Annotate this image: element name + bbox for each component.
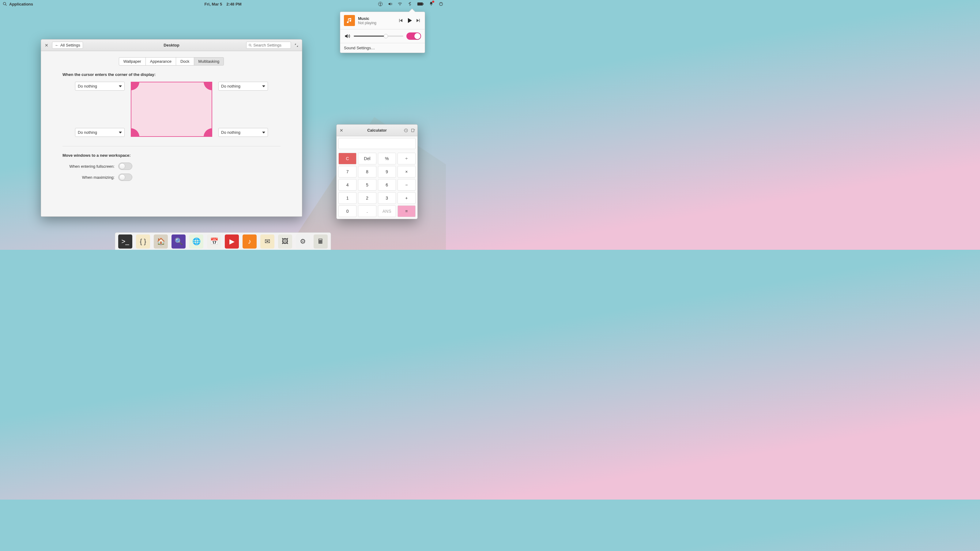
volume-icon[interactable] bbox=[388, 2, 393, 6]
corner-top-right-value: Do nothing bbox=[221, 84, 240, 89]
dock-app-videos[interactable]: ▶ bbox=[225, 235, 239, 249]
clock-date[interactable]: Fri, Mar 5 bbox=[205, 2, 222, 6]
search-icon bbox=[2, 2, 7, 6]
settings-tabs: Wallpaper Appearance Dock Multitasking bbox=[62, 57, 280, 65]
tab-appearance[interactable]: Appearance bbox=[145, 57, 176, 65]
hot-corners-heading: When the cursor enters the corner of the… bbox=[62, 72, 280, 77]
notifications-indicator[interactable] bbox=[429, 1, 434, 7]
key-percent[interactable]: % bbox=[378, 153, 396, 164]
key-equals[interactable]: = bbox=[398, 205, 415, 217]
dock-app-calculator[interactable]: 🖩 bbox=[313, 235, 328, 249]
previous-track-icon[interactable] bbox=[398, 18, 403, 23]
key-4[interactable]: 4 bbox=[339, 179, 356, 191]
dock-app-search-tool[interactable]: 🔍 bbox=[172, 235, 186, 249]
svg-point-4 bbox=[400, 5, 400, 5]
maximizing-switch[interactable] bbox=[118, 173, 132, 181]
media-art bbox=[344, 15, 355, 26]
settings-titlebar[interactable]: ✕ ← All Settings Desktop bbox=[41, 40, 302, 51]
calculator-title: Calculator bbox=[367, 128, 387, 133]
move-windows-heading: Move windows to a new workspace: bbox=[62, 153, 280, 158]
key-5[interactable]: 5 bbox=[358, 179, 376, 191]
dock-app-tweaks[interactable]: ⚙ bbox=[296, 235, 310, 249]
tab-multitasking[interactable]: Multitasking bbox=[194, 57, 224, 65]
close-button[interactable]: ✕ bbox=[43, 42, 49, 48]
key-2[interactable]: 2 bbox=[358, 192, 376, 204]
chevron-down-icon bbox=[119, 86, 122, 87]
applications-menu[interactable]: Applications bbox=[2, 2, 33, 6]
sound-settings-link[interactable]: Sound Settings… bbox=[340, 43, 425, 52]
dock-app-terminal[interactable]: >_ bbox=[118, 235, 132, 249]
clock-time[interactable]: 2:48 PM bbox=[226, 2, 241, 6]
key-0[interactable]: 0 bbox=[339, 205, 356, 217]
key-9[interactable]: 9 bbox=[378, 166, 396, 178]
music-note-icon bbox=[346, 17, 353, 24]
calculator-display[interactable] bbox=[339, 138, 415, 149]
key-1[interactable]: 1 bbox=[339, 192, 356, 204]
notification-badge bbox=[432, 1, 434, 3]
media-title: Music bbox=[358, 16, 395, 21]
corner-top-left-value: Do nothing bbox=[78, 84, 97, 89]
key-3[interactable]: 3 bbox=[378, 192, 396, 204]
fullscreen-switch[interactable] bbox=[118, 162, 132, 170]
corner-bottom-right-value: Do nothing bbox=[221, 130, 240, 135]
output-toggle[interactable] bbox=[406, 32, 421, 40]
search-input[interactable] bbox=[253, 43, 289, 48]
maximizing-label: When maximizing: bbox=[62, 175, 115, 180]
speaker-icon bbox=[344, 33, 351, 40]
svg-rect-5 bbox=[417, 2, 423, 5]
settings-search[interactable] bbox=[246, 41, 291, 49]
svg-point-0 bbox=[3, 2, 6, 5]
history-icon[interactable] bbox=[403, 128, 408, 133]
key-dot[interactable]: . bbox=[358, 205, 376, 217]
corner-bottom-left-dropdown[interactable]: Do nothing bbox=[75, 128, 125, 137]
dock-app-calendar[interactable]: 📅 bbox=[207, 235, 221, 249]
top-panel: Applications Fri, Mar 5 2:48 PM bbox=[0, 0, 446, 8]
maximize-button[interactable] bbox=[293, 42, 299, 48]
dock-app-mail[interactable]: ✉ bbox=[260, 235, 274, 249]
dock-app-photos[interactable]: 🖼 bbox=[278, 235, 292, 249]
svg-rect-13 bbox=[412, 129, 414, 132]
key-6[interactable]: 6 bbox=[378, 179, 396, 191]
key-multiply[interactable]: × bbox=[398, 166, 415, 178]
key-7[interactable]: 7 bbox=[339, 166, 356, 178]
window-title: Desktop bbox=[164, 43, 179, 48]
tab-wallpaper[interactable]: Wallpaper bbox=[119, 57, 146, 65]
next-track-icon[interactable] bbox=[415, 18, 421, 23]
tab-dock[interactable]: Dock bbox=[176, 57, 194, 65]
divider bbox=[62, 146, 280, 146]
maximize-icon bbox=[294, 43, 299, 48]
wifi-icon[interactable] bbox=[398, 2, 402, 6]
corner-top-left-dropdown[interactable]: Do nothing bbox=[75, 82, 125, 91]
dock-app-music[interactable]: ♪ bbox=[243, 235, 257, 249]
expand-icon[interactable] bbox=[411, 128, 415, 133]
accessibility-icon[interactable] bbox=[378, 2, 383, 6]
preview-corner-tr bbox=[204, 82, 212, 90]
key-8[interactable]: 8 bbox=[358, 166, 376, 178]
key-subtract[interactable]: − bbox=[398, 179, 415, 191]
dock-app-files[interactable]: 🏠 bbox=[154, 235, 168, 249]
key-delete[interactable]: Del bbox=[358, 153, 376, 164]
all-settings-button[interactable]: ← All Settings bbox=[52, 41, 83, 49]
close-button[interactable]: ✕ bbox=[339, 127, 345, 133]
back-arrow-icon: ← bbox=[55, 43, 59, 48]
dock-app-web-browser[interactable]: 🌐 bbox=[189, 235, 204, 249]
key-clear[interactable]: C bbox=[339, 153, 356, 164]
calculator-titlebar[interactable]: ✕ Calculator bbox=[337, 125, 417, 136]
corner-top-right-dropdown[interactable]: Do nothing bbox=[218, 82, 268, 91]
power-icon[interactable] bbox=[439, 2, 444, 6]
key-divide[interactable]: ÷ bbox=[398, 153, 415, 164]
calculator-keypad: C Del % ÷ 7 8 9 × 4 5 6 − 1 2 3 + 0 . AN… bbox=[337, 151, 417, 219]
svg-point-7 bbox=[431, 5, 432, 5]
corner-bottom-right-dropdown[interactable]: Do nothing bbox=[218, 128, 268, 137]
play-icon[interactable] bbox=[406, 17, 413, 24]
preview-corner-bl bbox=[131, 128, 139, 137]
dock-app-code[interactable]: { } bbox=[136, 235, 150, 249]
chevron-down-icon bbox=[262, 132, 265, 133]
key-ans[interactable]: ANS bbox=[378, 205, 396, 217]
svg-point-3 bbox=[380, 3, 381, 3]
volume-slider[interactable] bbox=[354, 35, 403, 37]
media-subtitle: Not playing bbox=[358, 21, 395, 25]
battery-icon[interactable] bbox=[417, 2, 424, 6]
bluetooth-icon[interactable] bbox=[407, 2, 412, 6]
key-add[interactable]: + bbox=[398, 192, 415, 204]
